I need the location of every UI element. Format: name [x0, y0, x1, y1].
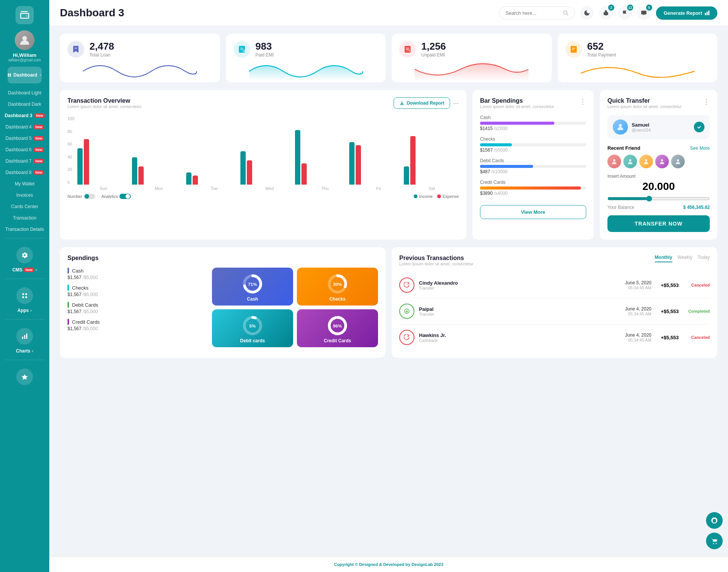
bell-badge: 2	[608, 5, 614, 11]
sidebar-item-dashboard-8[interactable]: Dashboard 8 New	[0, 167, 49, 178]
svg-rect-11	[26, 334, 27, 339]
svg-rect-17	[641, 11, 646, 14]
sidebar-item-transaction[interactable]: Transaction	[0, 212, 49, 224]
dark-mode-btn[interactable]	[580, 6, 594, 20]
view-more-btn[interactable]: View More	[480, 205, 586, 219]
header: Dashboard 3 2 12 5 Generate Repo	[49, 0, 728, 26]
prev-transactions-title: Previous Transactions	[399, 255, 474, 262]
cart-fab-btn[interactable]	[706, 533, 723, 549]
sidebar-divider-3	[5, 319, 44, 320]
sidebar-item-dashboard-5[interactable]: Dashboard 5 New	[0, 133, 49, 144]
friend-avatar-4[interactable]	[655, 155, 669, 168]
svg-rect-2	[9, 74, 11, 75]
friend-avatar-3[interactable]	[639, 155, 653, 168]
flag-btn[interactable]: 12	[618, 6, 632, 20]
sidebar-item-dashboard-4[interactable]: Dashboard 4 New	[0, 121, 49, 133]
sidebar: Hi,William william@gmail.com Dashboard D…	[0, 0, 49, 572]
charts-btn[interactable]	[16, 328, 33, 345]
sidebar-item-dashboard-3[interactable]: Dashboard 3 New	[0, 110, 49, 121]
sidebar-item-transaction-details[interactable]: Transaction Details	[0, 224, 49, 235]
svg-point-48	[713, 543, 714, 544]
donut-checks: 30% Checks	[297, 268, 378, 306]
bar-spendings-more-btn[interactable]: ⋮	[579, 97, 586, 106]
sidebar-item-invoices[interactable]: Invoices	[0, 190, 49, 201]
trans-desc-hawkins: Hawkins Jr. Cashback	[419, 332, 621, 343]
apps-btn[interactable]	[16, 287, 33, 304]
tab-today[interactable]: Today	[698, 255, 710, 262]
fab-area	[706, 512, 723, 549]
svg-line-14	[567, 14, 568, 15]
dashboard-toggle-btn[interactable]: Dashboard	[8, 67, 42, 83]
search-input[interactable]	[505, 10, 560, 16]
tab-weekly[interactable]: Weekly	[678, 255, 692, 262]
trans-status-cindy: Canceled	[683, 283, 710, 287]
income-bar	[349, 142, 355, 185]
arrow-down-icon	[404, 308, 410, 314]
sidebar-item-dashboard-dark[interactable]: Dashboard Dark	[0, 99, 49, 110]
amount-slider[interactable]	[607, 196, 710, 202]
total-payment-value: 652	[587, 41, 616, 52]
bottom-row: Spendings Cash $1,567 /$5,000	[60, 247, 717, 358]
support-fab-btn[interactable]	[706, 512, 723, 529]
trans-desc-cindy: Cindy Alexandro Transfer	[419, 280, 621, 290]
sidebar-divider-2	[5, 279, 44, 279]
svg-point-29	[645, 159, 647, 161]
svg-text:5%: 5%	[249, 323, 256, 328]
friend-avatar-1[interactable]	[607, 155, 621, 168]
sidebar-logo[interactable]	[16, 6, 34, 24]
sidebar-item-dashboard-6[interactable]: Dashboard 6 New	[0, 144, 49, 155]
stat-cards-grid: 2,478 Total Loan 983 Paid EMI	[60, 34, 717, 82]
chart-legend: Number Analytics Income	[67, 194, 459, 199]
charts-label-row[interactable]: Charts ›	[16, 348, 33, 354]
favorites-btn[interactable]	[16, 368, 33, 385]
cms-settings-btn[interactable]	[16, 247, 33, 263]
credit-spending-row: Credit Cards $3890 /s4000	[480, 180, 586, 196]
cash-bar-indicator	[67, 268, 69, 274]
generate-report-btn[interactable]: Generate Report	[656, 6, 717, 20]
transaction-more-btn[interactable]: ···	[453, 99, 459, 107]
svg-point-27	[613, 159, 615, 161]
bar-group	[132, 157, 185, 185]
see-more-link[interactable]: See More	[690, 146, 710, 151]
trans-icon-paipal	[399, 304, 414, 319]
expense-bar	[301, 163, 307, 185]
friend-avatar-2[interactable]	[623, 155, 637, 168]
debit-bar-indicator	[67, 302, 69, 308]
main-content: Dashboard 3 2 12 5 Generate Repo	[49, 0, 728, 572]
trans-date-hawkins: June 4, 2020 05:34:45 AM	[625, 332, 651, 342]
apps-label-row[interactable]: Apps ›	[17, 308, 32, 313]
bar-spendings-title: Bar Spendings	[480, 97, 554, 104]
sidebar-item-my-wallet[interactable]: My Wallet	[0, 178, 49, 190]
total-payment-label: Total Payment	[587, 52, 616, 58]
transfer-now-btn[interactable]: TRANSFER NOW	[607, 215, 710, 232]
grid-icon	[8, 72, 11, 78]
cms-badge: New	[24, 268, 34, 272]
expense-bar	[84, 139, 89, 185]
messages-btn[interactable]: 5	[637, 6, 651, 20]
unpaid-emi-label: Unpaid EMI	[421, 52, 446, 58]
trans-item-hawkins: Hawkins Jr. Cashback June 4, 2020 05:34:…	[399, 324, 710, 350]
sidebar-item-dashboard-7[interactable]: Dashboard 7 New	[0, 155, 49, 167]
number-toggle[interactable]	[84, 194, 95, 199]
total-payment-icon	[565, 41, 582, 58]
tab-monthly[interactable]: Monthly	[655, 255, 672, 262]
sidebar-item-dashboard-light[interactable]: Dashboard Light	[0, 87, 49, 99]
quick-transfer-more-btn[interactable]: ⋮	[703, 97, 710, 106]
spending-debit: Debit Cards $1,567 /$5,000	[67, 302, 206, 314]
expense-dot	[437, 194, 441, 198]
bar-group	[240, 151, 294, 185]
trans-icon-hawkins	[399, 330, 414, 345]
download-report-btn[interactable]: Download Report	[394, 97, 450, 109]
transfer-check-icon[interactable]	[694, 122, 704, 132]
total-loan-icon	[67, 41, 84, 58]
notification-bell-btn[interactable]: 2	[599, 6, 613, 20]
sidebar-item-cards-center[interactable]: Cards Center	[0, 201, 49, 212]
bar-spendings-subtitle: Lorem ipsum dolor sit amet, consectetur	[480, 104, 554, 109]
friend-avatar-5[interactable]	[671, 155, 685, 168]
sidebar-divider	[5, 238, 44, 238]
transaction-overview-title: Transaction Overview	[67, 97, 142, 104]
income-bar	[132, 157, 137, 185]
analytics-toggle[interactable]	[119, 194, 131, 199]
stat-card-total-payment: 652 Total Payment	[558, 34, 718, 82]
cms-label-row[interactable]: CMS New ›	[12, 267, 37, 273]
